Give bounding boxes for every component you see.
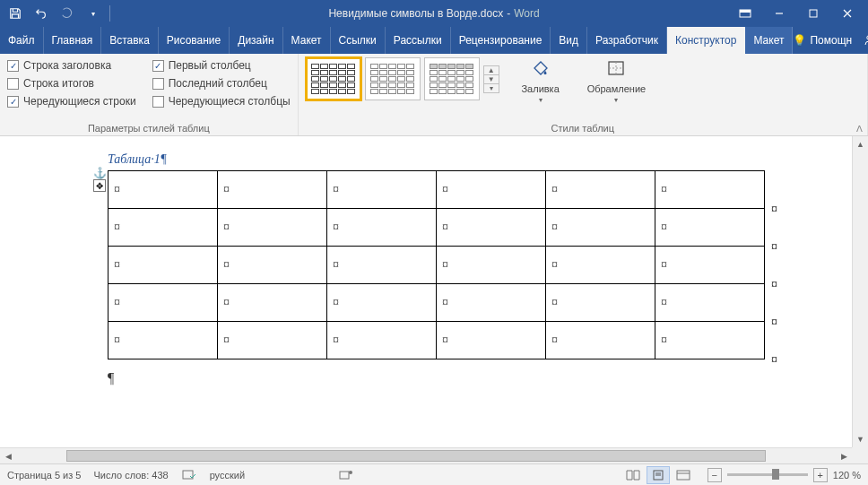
table-cell[interactable]: ¤: [108, 322, 218, 359]
table-style-thumb[interactable]: [365, 57, 421, 100]
table-move-handle[interactable]: ✥: [93, 179, 106, 192]
table-cell[interactable]: ¤: [108, 247, 218, 284]
zoom-out-button[interactable]: −: [707, 468, 722, 482]
tell-me-button[interactable]: 💡 Помощн: [793, 34, 852, 47]
tab-file[interactable]: Файл: [0, 27, 44, 54]
table-cell[interactable]: ¤: [655, 322, 765, 359]
checkbox-icon: [7, 96, 19, 108]
table-cell[interactable]: ¤: [218, 209, 327, 247]
gallery-up-icon[interactable]: ▲: [484, 66, 499, 75]
language-indicator[interactable]: русский: [210, 470, 245, 481]
undo-icon[interactable]: [30, 2, 53, 25]
table-cell[interactable]: ¤: [437, 322, 546, 359]
table-cell[interactable]: ¤: [218, 322, 327, 359]
table-cell[interactable]: ¤: [218, 284, 327, 322]
table-cell[interactable]: ¤: [327, 284, 437, 322]
zoom-slider-thumb[interactable]: [772, 469, 779, 480]
scroll-track[interactable]: [855, 152, 866, 431]
minimize-icon[interactable]: [762, 1, 796, 26]
document-canvas[interactable]: ⚓ ✥ Таблица·1¶ ¤¤¤¤¤¤¤¤¤¤¤¤¤¤¤¤¤¤¤¤¤¤¤¤¤…: [0, 136, 852, 447]
check-last-column[interactable]: Последний столбец: [152, 77, 291, 90]
table-cell[interactable]: ¤: [437, 247, 546, 284]
table-caption[interactable]: Таблица·1¶: [108, 152, 852, 167]
check-header-row[interactable]: Строка заголовка: [7, 59, 136, 72]
ribbon-display-icon[interactable]: [728, 1, 762, 26]
spellcheck-icon[interactable]: [181, 467, 197, 483]
horizontal-scrollbar[interactable]: ◀ ▶: [0, 447, 852, 463]
zoom-slider-track[interactable]: [727, 473, 808, 476]
zoom-in-button[interactable]: +: [813, 468, 828, 482]
scroll-left-icon[interactable]: ◀: [0, 448, 16, 463]
table-cell[interactable]: ¤: [655, 209, 765, 247]
table-cell[interactable]: ¤: [108, 171, 218, 209]
table-cell[interactable]: ¤: [108, 209, 218, 247]
qat-customize-icon[interactable]: ▾: [82, 2, 105, 25]
tab-review[interactable]: Рецензирование: [451, 27, 551, 54]
table-cell[interactable]: ¤: [546, 209, 655, 247]
table-cell[interactable]: ¤: [108, 284, 218, 322]
word-count[interactable]: Число слов: 438: [93, 470, 168, 481]
tab-layout[interactable]: Макет: [283, 27, 331, 54]
redo-icon[interactable]: [56, 2, 79, 25]
borders-button[interactable]: Обрамление ▾: [582, 57, 652, 106]
table-cell[interactable]: ¤: [437, 171, 546, 209]
tab-mailings[interactable]: Рассылки: [386, 27, 451, 54]
checkbox-icon: [152, 60, 164, 72]
table-cell[interactable]: ¤: [655, 171, 765, 209]
table-style-thumb[interactable]: [424, 57, 480, 100]
macro-record-icon[interactable]: [338, 467, 354, 483]
collapse-ribbon-icon[interactable]: ᐱ: [856, 124, 863, 134]
check-first-column[interactable]: Первый столбец: [152, 59, 291, 72]
table-cell[interactable]: ¤: [327, 209, 437, 247]
page-indicator[interactable]: Страница 5 из 5: [7, 470, 81, 481]
scroll-up-icon[interactable]: ▲: [853, 136, 868, 152]
tab-insert[interactable]: Вставка: [101, 27, 159, 54]
svg-rect-10: [340, 472, 349, 479]
table-style-thumb[interactable]: [306, 57, 361, 100]
table-cell[interactable]: ¤: [437, 284, 546, 322]
table-cell[interactable]: ¤: [546, 171, 655, 209]
gallery-more-icon[interactable]: ▾: [484, 84, 499, 92]
tab-design[interactable]: Дизайн: [230, 27, 282, 54]
table-cell[interactable]: ¤: [327, 322, 437, 359]
table-cell[interactable]: ¤: [546, 322, 655, 359]
table-cell[interactable]: ¤: [218, 171, 327, 209]
tab-home[interactable]: Главная: [44, 27, 102, 54]
check-banded-rows[interactable]: Чередующиеся строки: [7, 95, 136, 108]
shading-button[interactable]: Заливка ▾: [516, 57, 566, 106]
gallery-down-icon[interactable]: ▼: [484, 75, 499, 84]
tab-references[interactable]: Ссылки: [331, 27, 386, 54]
scroll-thumb[interactable]: [66, 450, 766, 462]
close-icon[interactable]: [830, 1, 864, 26]
tab-view[interactable]: Вид: [551, 27, 587, 54]
scroll-down-icon[interactable]: ▼: [853, 431, 868, 447]
tab-table-design[interactable]: Конструктор: [667, 27, 745, 54]
tab-draw[interactable]: Рисование: [159, 27, 230, 54]
web-layout-icon[interactable]: [672, 466, 695, 484]
document-table[interactable]: ¤¤¤¤¤¤¤¤¤¤¤¤¤¤¤¤¤¤¤¤¤¤¤¤¤¤¤¤¤¤: [108, 170, 765, 359]
table-cell[interactable]: ¤: [437, 209, 546, 247]
table-cell[interactable]: ¤: [546, 247, 655, 284]
save-icon[interactable]: [4, 2, 27, 25]
quick-access-toolbar: ▾: [4, 2, 112, 25]
anchor-icon: ⚓: [93, 167, 107, 179]
check-banded-columns[interactable]: Чередующиеся столбцы: [152, 95, 291, 108]
read-mode-icon[interactable]: [621, 466, 645, 484]
zoom-value[interactable]: 120 %: [833, 470, 861, 481]
tab-table-layout[interactable]: Макет: [745, 27, 793, 54]
table-cell[interactable]: ¤: [546, 284, 655, 322]
table-cell[interactable]: ¤: [218, 247, 327, 284]
table-cell[interactable]: ¤: [655, 284, 765, 322]
check-total-row[interactable]: Строка итогов: [7, 77, 136, 90]
print-layout-icon[interactable]: [647, 466, 670, 484]
table-cell[interactable]: ¤: [327, 171, 437, 209]
table-cell[interactable]: ¤: [327, 247, 437, 284]
scroll-right-icon[interactable]: ▶: [836, 448, 852, 463]
scroll-track[interactable]: [16, 448, 836, 463]
table-cell[interactable]: ¤: [655, 247, 765, 284]
share-icon[interactable]: [857, 29, 868, 52]
view-mode-switcher: [621, 466, 695, 484]
maximize-icon[interactable]: [796, 1, 830, 26]
tab-developer[interactable]: Разработчик: [587, 27, 667, 54]
vertical-scrollbar[interactable]: ▲ ▼: [852, 136, 868, 447]
